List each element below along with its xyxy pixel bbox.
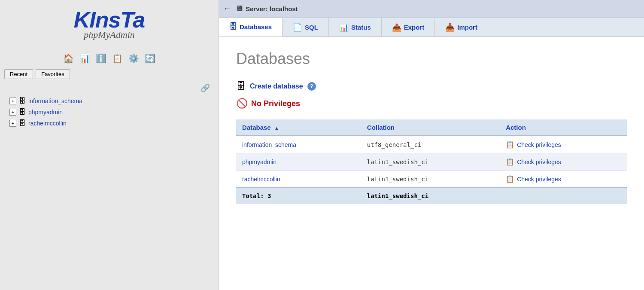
sql-tab-icon: 📄 xyxy=(293,23,302,32)
check-privileges-button[interactable]: 📋Check privileges xyxy=(506,175,561,183)
total-label: Total: 3 xyxy=(236,188,361,204)
database-link[interactable]: phpmyadmin xyxy=(242,159,276,165)
total-collation: latin1_swedish_ci xyxy=(361,188,500,204)
check-priv-label: Check privileges xyxy=(517,159,561,165)
settings-icon[interactable]: ⚙️ xyxy=(128,52,140,65)
databases-tab-icon: 🗄 xyxy=(229,22,237,31)
collation-cell: latin1_swedish_ci xyxy=(361,171,500,188)
db-name-label[interactable]: rachelmccollin xyxy=(28,120,67,127)
logo-area: KInsTa phpMyAdmin xyxy=(4,4,214,47)
list-item[interactable]: + 🗄 information_schema xyxy=(9,95,214,107)
collation-cell: latin1_swedish_ci xyxy=(361,153,500,171)
total-action xyxy=(500,188,627,204)
db-cylinder-icon: 🗄 xyxy=(19,119,26,127)
no-privileges-row: 🚫 No Privileges xyxy=(236,98,627,109)
table-row: rachelmccollinlatin1_swedish_ci📋Check pr… xyxy=(236,171,627,188)
recent-button[interactable]: Recent xyxy=(4,69,33,79)
server-label: 🖥 Server: localhost xyxy=(235,4,298,13)
col-header-database[interactable]: Database ▲ xyxy=(236,119,361,136)
col-header-action: Action xyxy=(500,119,627,136)
expand-icon[interactable]: + xyxy=(9,98,16,104)
refresh-icon[interactable]: 🔄 xyxy=(144,52,157,65)
check-priv-icon: 📋 xyxy=(506,140,514,149)
status-tab-icon: 📊 xyxy=(339,23,349,32)
status-tab-label: Status xyxy=(351,24,371,31)
check-priv-label: Check privileges xyxy=(517,176,561,183)
import-tab-label: Import xyxy=(457,24,477,31)
home-icon[interactable]: 🏠 xyxy=(62,52,75,65)
database-cell: phpmyadmin xyxy=(236,153,361,171)
sidebar: KInsTa phpMyAdmin 🏠 📊 ℹ️ 📋 ⚙️ 🔄 Recent F… xyxy=(0,0,219,290)
content-area: Databases 🗄 Create database ? 🚫 No Privi… xyxy=(219,37,644,290)
db-cylinder-icon: 🗄 xyxy=(19,108,26,116)
database-list: + 🗄 information_schema + 🗄 phpmyadmin + … xyxy=(4,95,214,129)
expand-icon[interactable]: + xyxy=(9,120,16,127)
recent-favorites: Recent Favorites xyxy=(4,69,214,79)
table-row: information_schemautf8_general_ci📋Check … xyxy=(236,136,627,153)
create-database-row: 🗄 Create database ? xyxy=(236,81,627,92)
database-cell: information_schema xyxy=(236,136,361,153)
check-privileges-button[interactable]: 📋Check privileges xyxy=(506,158,561,166)
create-database-label[interactable]: Create database xyxy=(250,82,303,90)
server-name: Server: localhost xyxy=(246,5,298,12)
no-privileges-text: No Privileges xyxy=(251,99,300,108)
tab-status[interactable]: 📊 Status xyxy=(329,18,382,37)
col-action-label: Action xyxy=(506,124,526,131)
action-cell: 📋Check privileges xyxy=(500,153,627,171)
server-icon: 🖥 xyxy=(235,4,243,13)
link-icon[interactable]: 🔗 xyxy=(4,83,214,93)
copy-icon[interactable]: 📋 xyxy=(111,52,124,65)
expand-icon[interactable]: + xyxy=(9,109,16,116)
database-cell: rachelmccollin xyxy=(236,171,361,188)
tabs-bar: 🗄 Databases 📄 SQL 📊 Status 📤 Export 📥 Im… xyxy=(219,18,644,37)
back-button[interactable]: ← xyxy=(223,4,231,13)
toolbar-icons: 🏠 📊 ℹ️ 📋 ⚙️ 🔄 xyxy=(4,52,214,65)
total-row: Total: 3latin1_swedish_ci xyxy=(236,188,627,204)
help-icon[interactable]: ? xyxy=(307,82,316,91)
check-priv-icon: 📋 xyxy=(506,175,514,183)
sql-icon[interactable]: 📊 xyxy=(79,52,91,65)
tab-sql[interactable]: 📄 SQL xyxy=(283,18,329,37)
no-privileges-icon: 🚫 xyxy=(236,98,248,109)
export-tab-icon: 📤 xyxy=(392,23,401,32)
tab-import[interactable]: 📥 Import xyxy=(435,18,488,37)
database-link[interactable]: information_schema xyxy=(242,141,296,148)
page-title: Databases xyxy=(236,50,627,68)
action-cell: 📋Check privileges xyxy=(500,136,627,153)
check-priv-icon: 📋 xyxy=(506,158,514,166)
action-cell: 📋Check privileges xyxy=(500,171,627,188)
create-db-icon: 🗄 xyxy=(236,81,246,92)
table-row: phpmyadminlatin1_swedish_ci📋Check privil… xyxy=(236,153,627,171)
main-panel: ← 🖥 Server: localhost 🗄 Databases 📄 SQL … xyxy=(219,0,644,290)
info-icon[interactable]: ℹ️ xyxy=(95,52,108,65)
databases-table: Database ▲ Collation Action information_… xyxy=(236,119,627,204)
check-priv-label: Check privileges xyxy=(517,141,561,148)
import-tab-icon: 📥 xyxy=(445,23,455,32)
col-header-collation: Collation xyxy=(361,119,500,136)
col-collation-label: Collation xyxy=(367,124,395,131)
list-item[interactable]: + 🗄 rachelmccollin xyxy=(9,118,214,129)
logo-phpmyadmin: phpMyAdmin xyxy=(4,29,214,40)
list-item[interactable]: + 🗄 phpmyadmin xyxy=(9,107,214,118)
db-cylinder-icon: 🗄 xyxy=(19,97,26,105)
sql-tab-label: SQL xyxy=(305,24,318,31)
databases-tab-label: Databases xyxy=(240,23,272,31)
collation-cell: utf8_general_ci xyxy=(361,136,500,153)
db-name-label[interactable]: phpmyadmin xyxy=(28,109,63,116)
database-link[interactable]: rachelmccollin xyxy=(242,176,280,183)
top-bar: ← 🖥 Server: localhost xyxy=(219,0,644,18)
tab-export[interactable]: 📤 Export xyxy=(382,18,435,37)
check-privileges-button[interactable]: 📋Check privileges xyxy=(506,140,561,149)
tab-databases[interactable]: 🗄 Databases xyxy=(219,18,283,37)
export-tab-label: Export xyxy=(404,24,425,31)
col-database-label: Database xyxy=(242,124,271,131)
favorites-button[interactable]: Favorites xyxy=(36,69,70,79)
db-name-label[interactable]: information_schema xyxy=(28,98,82,104)
logo-kinsta: KInsTa xyxy=(4,9,214,31)
sort-arrow-icon: ▲ xyxy=(274,125,279,131)
